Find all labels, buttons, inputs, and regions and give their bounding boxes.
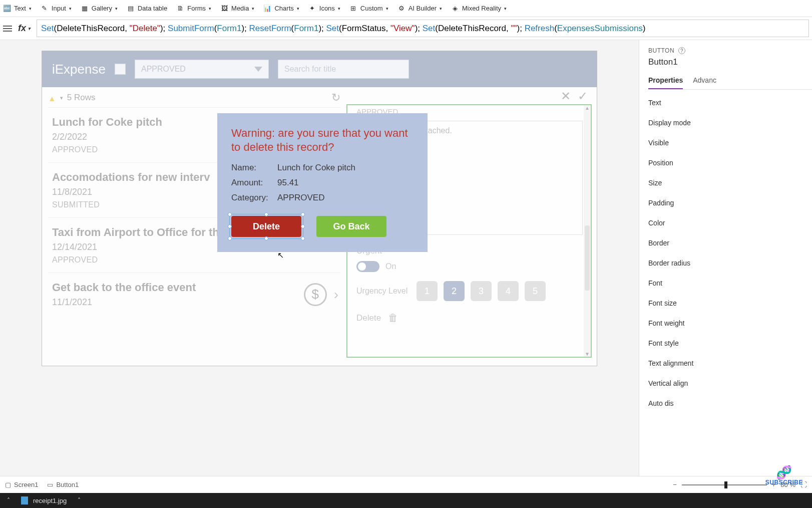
breadcrumb-control[interactable]: ▭Button1	[47, 481, 79, 488]
go-back-button[interactable]: Go Back	[316, 216, 386, 237]
property-row[interactable]: Color	[648, 219, 812, 227]
chevron-down-icon: ▾	[504, 6, 507, 11]
button-icon: ▭	[47, 481, 53, 488]
scroll-up-icon[interactable]: ▲	[584, 105, 591, 111]
fx-label[interactable]: fx▾	[18, 23, 31, 34]
formula-input[interactable]: Set(DeleteThisRecord, "Delete"); SubmitF…	[37, 20, 809, 37]
zoom-slider[interactable]	[682, 484, 767, 485]
search-input[interactable]: Search for title	[278, 60, 409, 79]
refresh-icon[interactable]: ↻	[331, 91, 340, 104]
category-label: Category:	[231, 193, 277, 203]
ribbon-media[interactable]: 🖼Media▾	[220, 5, 254, 13]
ribbon-custom[interactable]: ⊞Custom▾	[349, 5, 388, 13]
item-date: 11/1/2021	[52, 297, 336, 308]
form-scrollbar[interactable]: ▲ ▼	[584, 105, 591, 357]
property-row[interactable]: Visible	[648, 139, 812, 147]
property-row[interactable]: Size	[648, 179, 812, 187]
level-5-button[interactable]: 5	[525, 281, 546, 301]
property-row[interactable]: Font style	[648, 339, 812, 347]
amount-label: Amount:	[231, 178, 277, 188]
property-row[interactable]: Display mode	[648, 119, 812, 127]
chevron-up-icon[interactable]: ˄	[78, 497, 81, 504]
urgent-toggle[interactable]	[356, 261, 379, 272]
delete-label: Delete	[356, 313, 381, 323]
breadcrumb-bar: ▢Screen1 ▭Button1 − + 80 % ⛶	[0, 476, 812, 493]
property-row[interactable]: Position	[648, 159, 812, 167]
control-name[interactable]: Button1	[648, 57, 812, 67]
dropdown-value: APPROVED	[141, 65, 186, 74]
file-name: receipt1.jpg	[33, 497, 67, 504]
mr-icon: ◈	[451, 5, 459, 13]
property-row[interactable]: Text alignment	[648, 359, 812, 367]
breadcrumb-screen[interactable]: ▢Screen1	[5, 481, 38, 488]
item-status: APPROVED	[52, 256, 336, 265]
ribbon-mixedreality[interactable]: ◈Mixed Reality▾	[451, 5, 507, 13]
chart-icon: 📊	[263, 5, 271, 13]
toggle-text: On	[385, 262, 396, 271]
gallery-icon: ▦	[81, 5, 89, 13]
property-row[interactable]: Font weight	[648, 319, 812, 327]
cursor-icon: ↖	[277, 250, 284, 260]
insert-ribbon: 🔤Text▾ ✎Input▾ ▦Gallery▾ ▤Data table 🗎Fo…	[0, 0, 812, 17]
control-type: BUTTON	[648, 47, 674, 54]
property-row[interactable]: Text	[648, 99, 812, 107]
delete-button[interactable]: Delete	[231, 216, 301, 237]
property-row[interactable]: Font size	[648, 299, 812, 307]
chevron-down-icon: ▾	[297, 6, 299, 11]
download-file[interactable]: receipt1.jpg	[21, 496, 67, 504]
property-row[interactable]: Padding	[648, 199, 812, 207]
status-dropdown[interactable]: APPROVED	[135, 60, 269, 79]
ribbon-datatable[interactable]: ▤Data table	[127, 5, 167, 13]
menu-icon[interactable]	[3, 26, 12, 32]
level-2-button[interactable]: 2	[444, 281, 465, 301]
warning-icon: ▲	[48, 94, 56, 103]
tab-advanced[interactable]: Advanc	[693, 72, 716, 89]
chevron-down-icon: ▾	[69, 6, 72, 11]
download-bar: ˄ receipt1.jpg ˄	[0, 493, 812, 508]
delete-confirmation-modal: Warning: are you sure that you want to d…	[217, 113, 428, 252]
chevron-down-icon: ▾	[386, 6, 388, 11]
chevron-down-icon: ▾	[209, 6, 211, 11]
ribbon-text[interactable]: 🔤Text▾	[3, 5, 32, 13]
chevron-down-icon: ▾	[28, 26, 31, 31]
close-icon[interactable]: ✕	[561, 89, 571, 103]
ribbon-aibuilder[interactable]: ⚙AI Builder▾	[397, 5, 442, 13]
list-item[interactable]: Get back to the office event 11/1/2021 $…	[48, 273, 340, 316]
scroll-down-icon[interactable]: ▼	[584, 351, 591, 357]
chevron-right-icon[interactable]: ›	[334, 287, 338, 303]
canvas-area[interactable]: iExpense APPROVED Search for title ▲ ▾ 5…	[0, 40, 639, 476]
property-row[interactable]: Vertical align	[648, 379, 812, 387]
level-1-button[interactable]: 1	[417, 281, 438, 301]
filter-checkbox[interactable]	[115, 64, 126, 75]
level-4-button[interactable]: 4	[498, 281, 519, 301]
trash-icon[interactable]: 🗑	[388, 312, 398, 324]
chevron-up-icon[interactable]: ˄	[7, 497, 10, 504]
properties-pane: BUTTON ? Button1 Properties Advanc TextD…	[639, 40, 812, 476]
formula-bar: fx▾ Set(DeleteThisRecord, "Delete"); Sub…	[0, 17, 812, 40]
property-row[interactable]: Font	[648, 279, 812, 287]
app-canvas: iExpense APPROVED Search for title ▲ ▾ 5…	[42, 51, 597, 366]
zoom-out-button[interactable]: −	[673, 481, 677, 488]
forms-icon: 🗎	[176, 5, 184, 13]
property-row[interactable]: Border radius	[648, 259, 812, 267]
chevron-down-icon: ▾	[29, 6, 32, 11]
ribbon-icons[interactable]: ✦Icons▾	[308, 5, 340, 13]
ribbon-charts[interactable]: 📊Charts▾	[263, 5, 299, 13]
property-row[interactable]: Auto dis	[648, 399, 812, 407]
level-3-button[interactable]: 3	[471, 281, 492, 301]
ribbon-input[interactable]: ✎Input▾	[41, 5, 72, 13]
tab-properties[interactable]: Properties	[648, 72, 683, 89]
scroll-thumb[interactable]	[585, 225, 590, 291]
warning-text: Warning: are you sure that you want to d…	[231, 126, 414, 154]
app-header: iExpense APPROVED Search for title	[42, 51, 597, 87]
info-icon[interactable]: ?	[678, 47, 685, 54]
chevron-down-icon: ▾	[440, 6, 442, 11]
amount-value: 95.41	[277, 178, 299, 188]
ribbon-gallery[interactable]: ▦Gallery▾	[81, 5, 118, 13]
urgency-level-label: Urgency Level	[356, 287, 411, 296]
ribbon-forms[interactable]: 🗎Forms▾	[176, 5, 211, 13]
app-title: iExpense	[52, 62, 106, 77]
screen-icon: ▢	[5, 481, 11, 488]
property-row[interactable]: Border	[648, 239, 812, 247]
submit-icon[interactable]: ✓	[578, 89, 588, 103]
